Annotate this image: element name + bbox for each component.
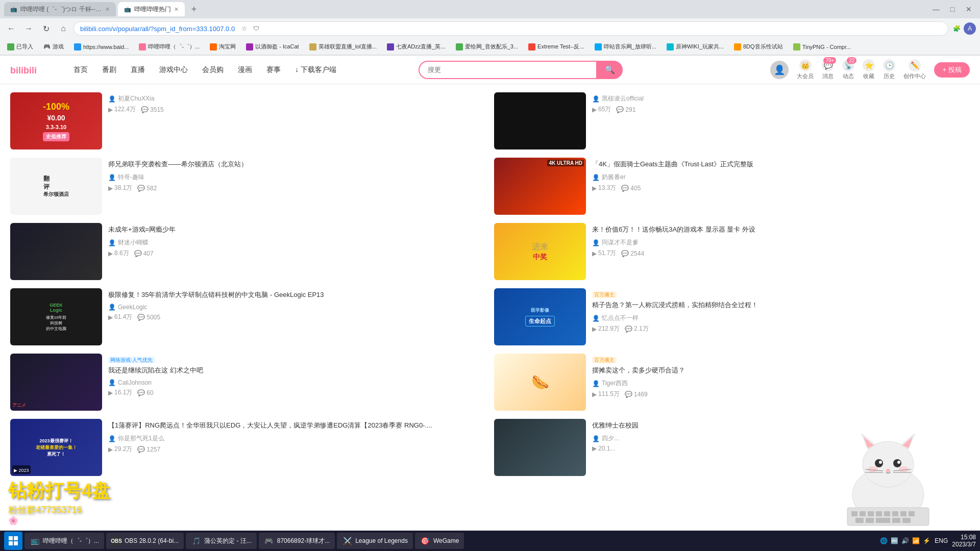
video-card-5[interactable]: 未成年+游戏=网瘾少年 👤 财迷小蝴蝶 ▶ 8.6万 💬 407 [10, 223, 486, 280]
nav-fanju[interactable]: 番剧 [99, 63, 119, 77]
taskbar-wegame[interactable]: 🎯 WeGame [415, 533, 464, 549]
upload-button[interactable]: + 投稿 [934, 62, 970, 78]
video-card-11[interactable]: 2023最强赛评！ 老猪最喜爱的一集！ 累死了！ ▶ 2023 【1蒲赛评】RN… [10, 419, 486, 476]
header-dynamic-icon[interactable]: 📡 22 动态 [842, 59, 854, 80]
bookmark-icacat[interactable]: 以酒御盔 - IcaCat [243, 42, 302, 52]
battery-icon[interactable]: ⚡ [923, 537, 930, 544]
taskbar-bilibili-label: 哔哩哔哩（゜-゜）... [43, 537, 99, 545]
video-info-1: 👤 初夏ChuXXia ▶ 122.4万 💬 3515 [108, 92, 486, 149]
header-favorite-icon[interactable]: ⭐ 收藏 [863, 59, 875, 80]
bookmark-aigei[interactable]: 爱给网_音效配乐_3... [453, 42, 522, 52]
keyboard-lang-icon[interactable]: 🔤 [891, 537, 898, 544]
search-input[interactable] [419, 61, 597, 79]
bookmark-taobao[interactable]: 淘宝网 [207, 42, 239, 52]
user-avatar[interactable]: 👤 [770, 61, 789, 79]
taskbar-music[interactable]: 🎵 蒲公英的定 - 汪... [186, 533, 257, 549]
comments-11: 💬 1257 [137, 445, 160, 454]
comment-icon-3: 💬 [137, 185, 145, 192]
taskbar-language[interactable]: ENG [935, 537, 948, 544]
profile-icon[interactable]: A [964, 22, 976, 35]
video-card-10[interactable]: 🌭 百万播主 摆摊卖这个，卖多少硬币合适？ 👤 Tiger西西 ▶ 111.5万 [494, 354, 970, 411]
nav-esports[interactable]: 赛事 [263, 63, 284, 77]
bookmark-baidu[interactable]: https://www.baid... [71, 42, 132, 52]
thumb-duration-11: ▶ 2023 [12, 465, 31, 474]
views-1: ▶ 122.4万 [108, 105, 136, 114]
video-card-7[interactable]: GEEK Logic 修复35年前 科技树 的中文电脑 极限修复！35年前清华大… [10, 288, 486, 345]
browser-chrome: 📺 哔哩哔哩 (゜-゜)つロ 千杯--bili... ✕ 📺 哔哩哔哩热门 ✕ … [0, 0, 980, 56]
close-window-button[interactable]: ✕ [962, 2, 976, 16]
tab-active[interactable]: 📺 哔哩哔哩热门 ✕ [118, 2, 185, 16]
nav-download[interactable]: ↓ 下载客户端 [292, 63, 339, 77]
network-icon[interactable]: 🌐 [880, 537, 888, 544]
views-count-2: 65万 [598, 105, 611, 114]
header-message-icon[interactable]: 💬 79+ 消息 [822, 59, 834, 80]
video-card-3[interactable]: 翻评 希尔顿酒店 师兄弟联手突袭检查——希尔顿酒店（北京站） 👤 特哥-趣味 ▶… [10, 158, 486, 215]
bookmark-bilibili[interactable]: 哔哩哔哩（゜-゜）... [136, 42, 203, 52]
dynamic-icon-img: 📡 22 [842, 59, 854, 71]
bookmark-yuanshen[interactable]: 原神WIKI_玩家共... [664, 42, 727, 52]
tab-close-btn[interactable]: ✕ [105, 6, 110, 13]
video-card-4[interactable]: 4K ULTRA HD 「4K」假面骑士Geats主题曲《Trust·Last》… [494, 158, 970, 215]
video-card-2[interactable]: 👤 黑桉凌云official ▶ 65万 💬 291 [494, 92, 970, 149]
maximize-button[interactable]: □ [945, 2, 960, 16]
bookmark-lol[interactable]: 英雄联盟直播_lol直播... [306, 42, 380, 52]
bilibili-search: 🔍 [419, 61, 623, 79]
video-info-5: 未成年+游戏=网瘾少年 👤 财迷小蝴蝶 ▶ 8.6万 💬 407 [108, 223, 486, 280]
tab-bar: 📺 哔哩哔哩 (゜-゜)つロ 千杯--bili... ✕ 📺 哔哩哔哩热门 ✕ … [0, 0, 980, 18]
extension-icon[interactable]: 🧩 [951, 23, 962, 34]
header-vip-icon[interactable]: 👑 大会员 [797, 59, 814, 80]
reload-button[interactable]: ↻ [39, 21, 53, 36]
creator-label: 创作中心 [903, 72, 926, 80]
bookmark-8dq[interactable]: 8DQ音乐性试站 [731, 42, 786, 52]
nav-game-center[interactable]: 游戏中心 [156, 63, 191, 77]
nav-live[interactable]: 直播 [128, 63, 148, 77]
bilibili-logo[interactable]: bilibili [10, 60, 55, 80]
bookmark-extreme[interactable]: Extreme Test--反... [525, 42, 587, 52]
bookmark-ad[interactable]: 七夜ADzz直播_英... [384, 42, 449, 52]
minimize-button[interactable]: — [929, 2, 943, 16]
new-tab-button[interactable]: + [187, 2, 201, 16]
bookmark-bzmusic[interactable]: 哔站音乐网_放肆听... [592, 42, 659, 52]
video-thumb-12 [494, 419, 586, 476]
search-button[interactable]: 🔍 [597, 61, 623, 79]
video-stats-3: ▶ 38.1万 💬 582 [108, 184, 486, 192]
url-input[interactable]: bilibili.com/v/popular/all/?spm_id_from=… [74, 21, 948, 36]
bookmark-tinypng[interactable]: TinyPNG - Compr... [790, 42, 854, 52]
home-button[interactable]: ⌂ [56, 21, 70, 36]
taskbar-bilibili[interactable]: 📺 哔哩哔哩（゜-゜）... [24, 533, 104, 549]
tab-inactive[interactable]: 📺 哔哩哔哩 (゜-゜)つロ 千杯--bili... ✕ [4, 2, 116, 16]
taskbar-game1[interactable]: 🎮 87066892-球球才... [259, 533, 335, 549]
bookmark-games[interactable]: 🎮 游戏 [40, 42, 67, 52]
shield-icon[interactable]: 🛡 [251, 23, 261, 34]
taskbar-obs[interactable]: OBS OBS 28.0.2 (64-bi... [106, 533, 184, 549]
video-thumb-9: アニメ [10, 354, 102, 411]
taskbar-lol[interactable]: ⚔️ League of Legends [337, 533, 413, 549]
video-thumb-10: 🌭 [494, 354, 586, 411]
nav-manga[interactable]: 漫画 [235, 63, 255, 77]
start-button[interactable] [4, 532, 22, 550]
windows-logo-icon [8, 536, 18, 546]
author-icon-12: 👤 [592, 435, 600, 442]
bookmark-imported[interactable]: 已导入 [4, 42, 36, 52]
video-title-7: 极限修复！35年前清华大学研制点错科技树的中文电脑 - GeekLogic EP… [108, 290, 486, 299]
video-card-9[interactable]: アニメ 网络游戏·人气优先 我还是继续沉陷在这 幻术之中吧 👤 CaliJohn… [10, 354, 486, 411]
tab-active-close-btn[interactable]: ✕ [174, 6, 179, 13]
nav-membership[interactable]: 会员购 [199, 63, 227, 77]
video-author-5: 👤 财迷小蝴蝶 [108, 238, 486, 247]
nav-home[interactable]: 首页 [70, 63, 91, 77]
views-11: ▶ 29.2万 [108, 445, 132, 454]
volume-icon[interactable]: 🔊 [901, 537, 909, 544]
header-history-icon[interactable]: 🕒 历史 [883, 59, 895, 80]
video-card-1[interactable]: -100% ¥0.00 3.3-3.10 史低推荐 👤 初夏ChuXXia ▶ [10, 92, 486, 149]
video-card-8[interactable]: 医学影像 生命起点 百万播主 精子告急？第一人称沉浸式捞精，实拍精卵结合全过程！… [494, 288, 970, 345]
header-creator-icon[interactable]: ✏️ 创作中心 [903, 59, 926, 80]
video-card-12[interactable]: 优雅绅士在校园 👤 四夕... ▶ 20.1... [494, 419, 970, 476]
bookmark-star-icon[interactable]: ☆ [239, 23, 249, 34]
wifi-icon[interactable]: 📶 [912, 537, 920, 544]
video-card-6[interactable]: 进来 中奖 来！价值6万！！送你畅玩3A的游戏本 显示器 显卡 外设 👤 同谋才… [494, 223, 970, 280]
back-button[interactable]: ← [4, 21, 18, 36]
forward-button[interactable]: → [21, 21, 36, 36]
taskbar-wegame-label: WeGame [433, 537, 459, 544]
clock-time: 15:08 [952, 534, 976, 541]
taskbar-clock[interactable]: 15:08 2023/3/7 [952, 534, 976, 548]
